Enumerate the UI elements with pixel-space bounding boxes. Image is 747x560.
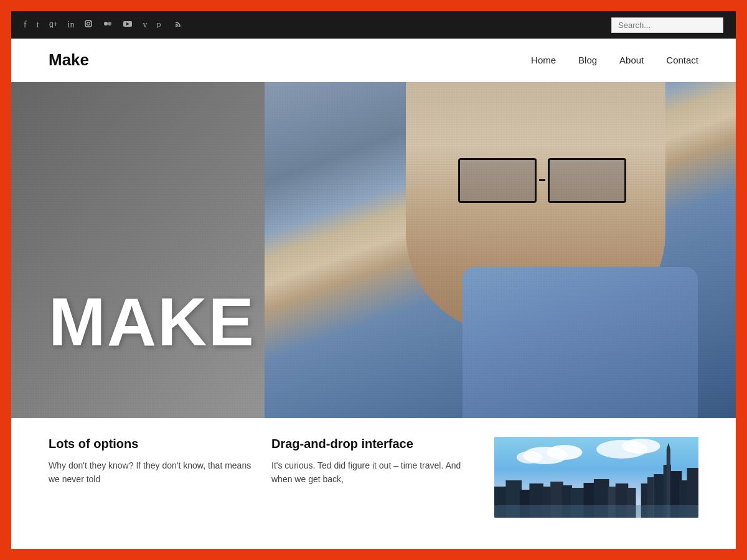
hero-title: MAKE	[49, 287, 255, 356]
hero-section: MAKE	[11, 82, 736, 418]
svg-point-4	[104, 22, 108, 26]
content-col-3	[494, 437, 698, 536]
svg-point-3	[90, 21, 91, 22]
twitter-icon[interactable]: t	[37, 20, 39, 30]
svg-point-12	[547, 445, 582, 460]
svg-text:p: p	[157, 19, 161, 28]
youtube-icon[interactable]	[123, 19, 133, 30]
svg-rect-38	[494, 505, 698, 518]
content-section: Lots of options Why don't they know? If …	[11, 418, 736, 549]
outer-frame: f t g+ in	[0, 0, 747, 560]
instagram-icon[interactable]	[84, 19, 93, 30]
flickr-icon[interactable]	[103, 19, 113, 30]
nav-about[interactable]: About	[619, 55, 644, 65]
site-wrapper: f t g+ in	[11, 11, 736, 549]
facebook-icon[interactable]: f	[24, 20, 27, 30]
search-input[interactable]	[611, 17, 723, 33]
content-col-1: Lots of options Why don't they know? If …	[49, 437, 253, 536]
svg-point-13	[517, 451, 542, 464]
col1-heading: Lots of options	[49, 437, 253, 451]
col1-text: Why don't they know? If they don't know,…	[49, 459, 253, 487]
site-logo: Make	[49, 50, 89, 70]
pinterest-icon[interactable]: p	[157, 19, 164, 30]
col2-heading: Drag-and-drop interface	[271, 437, 476, 451]
city-image	[494, 437, 698, 518]
linkedin-icon[interactable]: in	[68, 20, 75, 30]
site-header: Make Home Blog About Contact	[11, 39, 736, 82]
social-icons-bar: f t g+ in	[24, 19, 183, 30]
svg-point-9	[176, 26, 177, 27]
nav-blog[interactable]: Blog	[578, 55, 597, 65]
svg-point-2	[87, 22, 90, 26]
top-bar: f t g+ in	[11, 11, 736, 39]
vimeo-icon[interactable]: v	[143, 20, 147, 30]
nav-contact[interactable]: Contact	[666, 55, 698, 65]
search-bar-wrapper[interactable]	[611, 17, 723, 33]
hero-text-block: MAKE	[49, 287, 255, 356]
svg-text:g+: g+	[49, 20, 58, 28]
hero-texture	[11, 82, 736, 418]
svg-point-15	[622, 439, 660, 454]
nav-home[interactable]: Home	[531, 55, 556, 65]
googleplus-icon[interactable]: g+	[49, 19, 58, 30]
rss-icon[interactable]	[174, 19, 183, 30]
svg-point-5	[108, 22, 111, 26]
col2-text: It's curious. Ted did figure it out – ti…	[271, 459, 476, 487]
main-nav: Home Blog About Contact	[531, 55, 698, 65]
content-col-2: Drag-and-drop interface It's curious. Te…	[271, 437, 476, 536]
